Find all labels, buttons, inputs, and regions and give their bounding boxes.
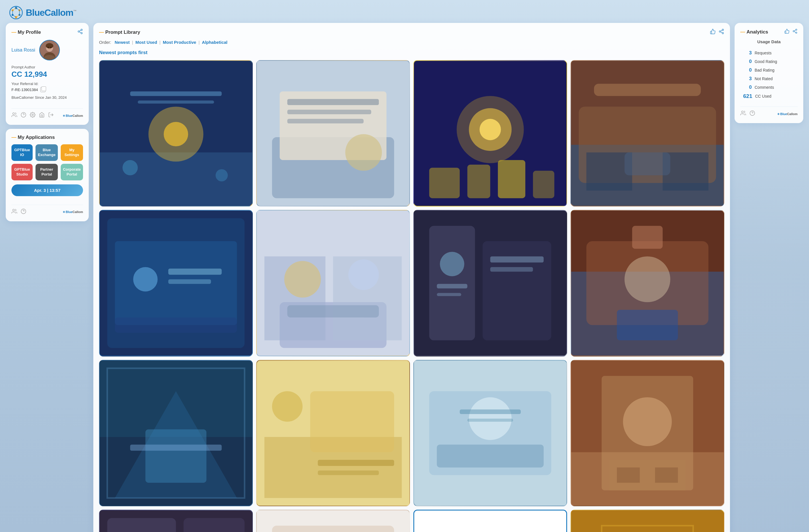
requests-label: Requests	[752, 51, 795, 55]
prompt-grid	[99, 60, 724, 532]
bc-logo-analytics: ✳ BlueCallom	[777, 112, 797, 116]
app-partner-portal[interactable]: Partner Portal	[35, 164, 57, 181]
svg-rect-95	[617, 310, 678, 340]
apps-card: My Applications GPTBlue IO Blue Exchange…	[6, 129, 89, 221]
profile-title: My Profile	[12, 30, 41, 35]
thumbsup-icon[interactable]	[710, 29, 716, 36]
svg-point-105	[272, 391, 303, 422]
apps-users-icon[interactable]	[12, 208, 17, 216]
svg-point-23	[48, 47, 49, 48]
datetime-button[interactable]: Apr. 3 | 13:57	[12, 184, 83, 196]
order-bar: Order: Newest | Most Used | Most Product…	[99, 40, 724, 45]
app-blue-exchange[interactable]: Blue Exchange	[35, 144, 57, 161]
bc-logo-small-apps: ✳ BlueCallom	[63, 210, 83, 213]
share-library-icon[interactable]	[719, 29, 724, 36]
avatar	[39, 40, 60, 61]
order-alphabetical[interactable]: Alphabetical	[201, 40, 228, 45]
svg-point-53	[345, 134, 382, 171]
usage-row-not-rated: 3 Not Rated	[740, 74, 797, 83]
svg-point-14	[78, 31, 80, 32]
svg-line-38	[721, 30, 722, 31]
svg-line-16	[79, 32, 81, 33]
comments-num: 0	[743, 84, 752, 90]
usage-row-cc-used: 621 CC Used	[740, 92, 797, 101]
svg-line-163	[794, 30, 795, 31]
cc-used-label: CC Used	[752, 94, 795, 99]
order-most-productive[interactable]: Most Productive	[162, 40, 197, 45]
profile-name: Luisa Rossi	[12, 48, 35, 53]
share-icon[interactable]	[77, 29, 83, 36]
prompt-item[interactable]	[256, 60, 410, 206]
copy-icon[interactable]	[40, 87, 46, 92]
usage-title: Usage Data	[740, 39, 797, 44]
apps-help-icon[interactable]	[21, 208, 26, 216]
svg-point-36	[722, 32, 724, 34]
prompt-item[interactable]	[570, 510, 724, 532]
prompt-item[interactable]	[256, 210, 410, 356]
svg-point-94	[625, 257, 670, 302]
users-icon[interactable]	[12, 112, 17, 119]
analytics-card: Analytics	[735, 23, 803, 123]
settings-icon[interactable]	[30, 112, 35, 119]
analytics-help-icon[interactable]	[750, 110, 755, 117]
svg-point-81	[348, 260, 379, 290]
prompt-item[interactable]	[256, 360, 410, 506]
order-newest[interactable]: Newest	[114, 40, 131, 45]
app-corporate-portal[interactable]: Corporate Portal	[61, 164, 83, 181]
prompt-item[interactable]	[99, 510, 253, 532]
svg-rect-114	[460, 409, 521, 414]
share-analytics-icon[interactable]	[792, 29, 797, 35]
prompt-item[interactable]	[570, 210, 724, 356]
thumbsup-analytics-icon[interactable]	[785, 29, 790, 35]
svg-point-35	[719, 31, 721, 32]
help-icon[interactable]	[21, 112, 26, 119]
svg-rect-43	[130, 91, 222, 96]
analytics-users-icon[interactable]	[740, 110, 746, 117]
svg-point-24	[50, 47, 52, 48]
profile-footer: ✳ BlueCallom	[12, 108, 83, 119]
prompt-item[interactable]	[413, 60, 567, 206]
svg-line-37	[721, 32, 722, 33]
app-gptblue-studio[interactable]: GPTBlue Studio	[12, 164, 33, 181]
left-column: My Profile Lui	[6, 23, 89, 221]
prompt-item[interactable]	[570, 60, 724, 206]
svg-point-31	[13, 209, 15, 211]
logout-icon[interactable]	[48, 112, 54, 119]
svg-point-15	[81, 32, 83, 34]
svg-point-45	[122, 160, 138, 175]
profile-top: Luisa Rossi	[12, 40, 83, 61]
since-label: BlueCallomer Since Jan 30, 2024	[12, 95, 67, 100]
svg-rect-51	[288, 110, 371, 114]
prompt-item[interactable]	[413, 210, 567, 356]
home-icon[interactable]	[39, 112, 45, 119]
svg-line-12	[13, 8, 16, 10]
svg-rect-130	[272, 526, 394, 532]
svg-point-161	[795, 32, 797, 34]
usage-row-requests: 3 Requests	[740, 49, 797, 57]
bc-logo-small-profile: ✳ BlueCallom	[63, 114, 83, 117]
svg-rect-106	[310, 391, 394, 452]
prompt-item[interactable]	[570, 360, 724, 506]
svg-point-42	[164, 122, 188, 146]
usage-row-comments: 0 Comments	[740, 83, 797, 92]
app-my-settings[interactable]: My Settings	[61, 144, 83, 161]
svg-rect-82	[288, 305, 379, 318]
not-rated-label: Not Rated	[752, 76, 795, 81]
svg-rect-115	[467, 418, 513, 422]
prompt-item[interactable]	[99, 360, 253, 506]
prompt-item[interactable]	[413, 360, 567, 506]
main-layout: My Profile Lui	[0, 23, 809, 532]
app-gptblue-io[interactable]: GPTBlue IO	[12, 144, 33, 161]
prompt-item[interactable]	[99, 210, 253, 356]
svg-point-119	[623, 397, 672, 446]
prompt-item[interactable]	[413, 510, 567, 532]
svg-rect-125	[184, 518, 244, 532]
svg-rect-84	[429, 226, 475, 340]
svg-point-160	[793, 31, 794, 32]
analytics-footer: ✳ BlueCallom	[740, 106, 797, 117]
logo: BlueCallom™	[8, 5, 76, 20]
prompt-item[interactable]	[256, 510, 410, 532]
order-most-used[interactable]: Most Used	[134, 40, 158, 45]
cc-value: CC 12,994	[12, 70, 67, 79]
prompt-item[interactable]	[99, 60, 253, 206]
